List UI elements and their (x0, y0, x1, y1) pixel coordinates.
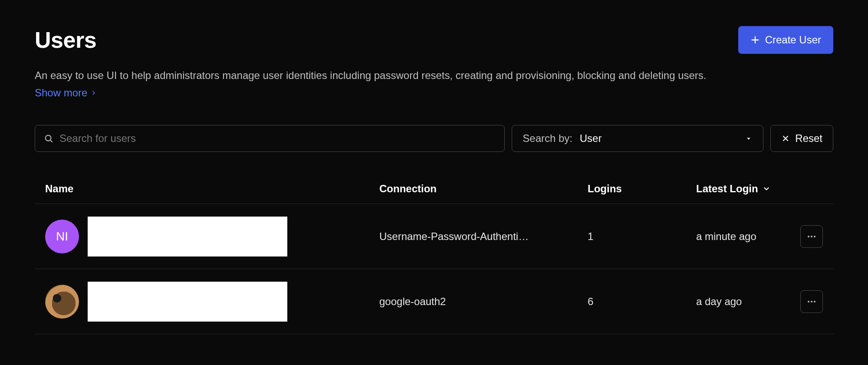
name-cell: NI (45, 217, 379, 256)
create-user-button[interactable]: Create User (738, 26, 833, 54)
connection-cell: google-oauth2 (379, 296, 588, 308)
svg-point-7 (811, 236, 812, 237)
plus-icon (750, 35, 760, 45)
svg-point-6 (808, 236, 809, 237)
svg-line-3 (50, 140, 52, 142)
search-by-label: Search by: (523, 132, 572, 144)
col-latest-login[interactable]: Latest Login (696, 183, 788, 195)
logins-cell: 6 (588, 296, 696, 308)
more-icon (806, 231, 817, 242)
show-more-label: Show more (35, 87, 87, 99)
row-actions-button[interactable] (800, 225, 823, 248)
row-actions-button[interactable] (800, 290, 823, 313)
svg-point-10 (811, 301, 812, 303)
page-description: An easy to use UI to help administrators… (35, 68, 833, 83)
svg-point-9 (808, 301, 809, 303)
name-cell (45, 282, 379, 322)
svg-point-8 (814, 236, 815, 237)
logins-cell: 1 (588, 230, 696, 243)
search-by-value: User (580, 132, 602, 144)
table-row[interactable]: NI Username-Password-Authenti… 1 a minut… (35, 204, 833, 269)
col-name: Name (45, 183, 379, 195)
page-title: Users (35, 27, 96, 53)
search-input-wrapper[interactable] (35, 125, 505, 152)
close-icon (781, 134, 790, 143)
avatar: NI (45, 220, 79, 253)
redacted-name (88, 282, 287, 322)
latest-login-cell: a minute ago (696, 230, 788, 243)
col-latest-login-label: Latest Login (696, 183, 758, 195)
reset-button[interactable]: Reset (770, 125, 833, 152)
more-icon (806, 296, 817, 307)
col-logins: Logins (588, 183, 696, 195)
svg-point-11 (814, 301, 815, 303)
chevron-right-icon (91, 90, 97, 96)
col-connection: Connection (379, 183, 588, 195)
avatar (45, 285, 79, 319)
create-user-label: Create User (765, 34, 821, 46)
show-more-link[interactable]: Show more (35, 87, 97, 99)
table-row[interactable]: google-oauth2 6 a day ago (35, 269, 833, 334)
latest-login-cell: a day ago (696, 296, 788, 308)
search-icon (44, 134, 53, 143)
chevron-down-icon (763, 185, 770, 193)
redacted-name (88, 217, 287, 256)
caret-down-icon (745, 135, 753, 142)
connection-cell: Username-Password-Authenti… (379, 230, 588, 243)
search-by-dropdown[interactable]: Search by: User (512, 125, 763, 152)
search-input[interactable] (59, 132, 496, 145)
reset-label: Reset (795, 132, 822, 145)
table-header: Name Connection Logins Latest Login (35, 174, 833, 204)
users-table: Name Connection Logins Latest Login NI U… (35, 174, 833, 334)
